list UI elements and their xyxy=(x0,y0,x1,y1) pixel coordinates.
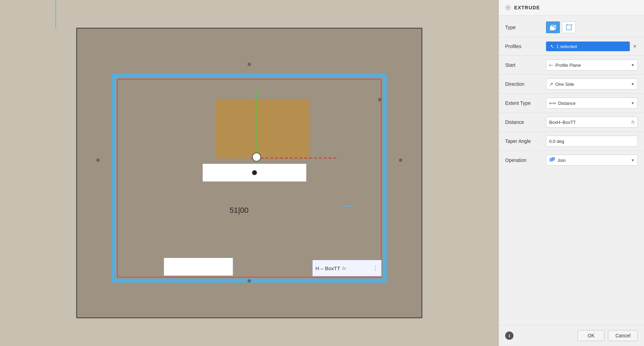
direction-row: Direction ↗ One Side ▼ xyxy=(499,75,644,93)
distance-label: Distance xyxy=(505,119,543,125)
operation-control: Join ▼ xyxy=(546,155,638,166)
type-row: Type xyxy=(499,18,644,36)
connector-line xyxy=(343,206,353,207)
edge-handle-left[interactable] xyxy=(96,158,100,162)
start-dropdown-arrow: ▼ xyxy=(631,63,635,67)
start-dropdown[interactable]: ⊢ Profile Plane ▼ xyxy=(546,60,638,71)
distance-value: BoxH–BoxTT xyxy=(549,120,576,125)
drag-handle[interactable] xyxy=(252,153,261,162)
profiles-control: ↖ 1 selected × xyxy=(546,42,638,51)
edge-handle-bottom[interactable] xyxy=(248,279,251,283)
operation-row: Operation Join ▼ xyxy=(499,152,644,169)
profiles-clear-button[interactable]: × xyxy=(632,43,638,49)
operation-icon xyxy=(549,156,555,164)
profiles-row: Profiles ↖ 1 selected × xyxy=(499,38,644,55)
formula-text: H – BoxTT xyxy=(315,265,340,271)
svg-rect-0 xyxy=(550,27,554,30)
cancel-button[interactable]: Cancel xyxy=(608,330,638,341)
divider-1 xyxy=(499,37,644,37)
svg-rect-9 xyxy=(552,157,555,161)
start-value: Profile Plane xyxy=(555,63,581,68)
divider-3 xyxy=(499,74,644,75)
operation-dropdown[interactable]: Join ▼ xyxy=(546,155,638,166)
solid-extrude-icon xyxy=(549,24,556,31)
viewport-canvas[interactable]: 51|00 H – BoxTT fx ⋮ xyxy=(76,28,422,318)
start-control: ⊢ Profile Plane ▼ xyxy=(546,60,638,71)
extrude-panel: – EXTRUDE Type xyxy=(499,0,644,346)
surface-extrude-icon xyxy=(565,24,572,31)
direction-control: ↗ One Side ▼ xyxy=(546,79,638,90)
profiles-select-button[interactable]: ↖ 1 selected xyxy=(546,42,630,51)
extent-type-dropdown-arrow: ▼ xyxy=(631,101,635,105)
distance-input[interactable]: BoxH–BoxTT fx xyxy=(546,117,638,128)
distance-control: BoxH–BoxTT fx xyxy=(546,117,638,128)
start-icon: ⊢ xyxy=(549,62,553,68)
dimension-label: 51|00 xyxy=(230,206,249,215)
profiles-value: 1 selected xyxy=(556,44,577,49)
distance-row: Distance BoxH–BoxTT fx xyxy=(499,113,644,131)
extent-type-label: Extent Type xyxy=(505,100,543,106)
direction-dropdown[interactable]: ↗ One Side ▼ xyxy=(546,79,638,90)
panel-minimize-button[interactable]: – xyxy=(505,5,511,10)
start-row: Start ⊢ Profile Plane ▼ xyxy=(499,56,644,74)
distance-fx-button[interactable]: fx xyxy=(632,120,635,125)
taper-value: 0.0 deg xyxy=(549,139,564,144)
divider-5 xyxy=(499,112,644,113)
panel-title: EXTRUDE xyxy=(514,5,540,10)
extent-type-dropdown[interactable]: ⟺ Distance ▼ xyxy=(546,98,638,109)
divider-2 xyxy=(499,55,644,56)
formula-bar[interactable]: H – BoxTT fx ⋮ xyxy=(312,260,382,276)
divider-6 xyxy=(499,131,644,132)
taper-control: 0.0 deg xyxy=(546,136,638,147)
red-dash-line xyxy=(251,158,338,158)
panel-body: Type xyxy=(499,16,644,325)
taper-angle-row: Taper Angle 0.0 deg xyxy=(499,133,644,150)
extent-type-value: Distance xyxy=(558,101,576,106)
edge-handle-top[interactable] xyxy=(248,63,251,66)
ok-button[interactable]: OK xyxy=(578,330,605,341)
start-label: Start xyxy=(505,62,543,68)
type-btn-solid[interactable] xyxy=(546,21,560,33)
extent-type-control: ⟺ Distance ▼ xyxy=(546,98,638,109)
direction-dropdown-arrow: ▼ xyxy=(631,82,635,86)
direction-value: One Side xyxy=(555,82,574,87)
blue-guide-line xyxy=(55,0,56,28)
extent-type-icon: ⟺ xyxy=(549,100,556,106)
fx-label[interactable]: fx xyxy=(342,266,346,271)
extent-type-row: Extent Type ⟺ Distance ▼ xyxy=(499,94,644,112)
edge-handle-right[interactable] xyxy=(399,158,402,162)
direction-label: Direction xyxy=(505,81,543,87)
panel-header: – EXTRUDE xyxy=(499,0,644,16)
taper-input[interactable]: 0.0 deg xyxy=(546,136,638,147)
operation-label: Operation xyxy=(505,157,543,163)
divider-7 xyxy=(499,151,644,151)
operation-value: Join xyxy=(557,158,566,163)
cursor-icon: ↖ xyxy=(550,44,554,49)
direction-icon: ↗ xyxy=(549,81,553,87)
join-icon xyxy=(549,156,555,163)
mid-input-box[interactable] xyxy=(203,164,306,182)
svg-rect-5 xyxy=(566,25,571,30)
divider-4 xyxy=(499,93,644,94)
operation-dropdown-arrow: ▼ xyxy=(631,158,635,162)
type-label: Type xyxy=(505,25,543,30)
profiles-label: Profiles xyxy=(505,44,543,49)
extrude-preview-rect xyxy=(216,100,309,158)
type-btn-surface[interactable] xyxy=(562,21,576,33)
bottom-input-box[interactable] xyxy=(164,258,233,276)
corner-handle-tr[interactable] xyxy=(378,98,382,101)
viewport-area: 51|00 H – BoxTT fx ⋮ xyxy=(0,0,499,346)
panel-footer: i OK Cancel xyxy=(499,325,644,346)
svg-line-7 xyxy=(571,24,572,25)
type-control xyxy=(546,21,638,33)
taper-label: Taper Angle xyxy=(505,138,543,144)
info-button[interactable]: i xyxy=(505,331,513,340)
formula-dots-button[interactable]: ⋮ xyxy=(372,264,378,272)
input-dot xyxy=(252,170,257,175)
